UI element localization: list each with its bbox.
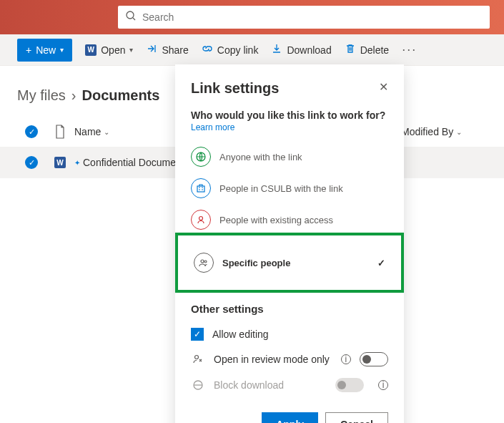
link-icon — [202, 43, 213, 57]
row-checkbox[interactable] — [17, 156, 46, 169]
search-input[interactable] — [142, 11, 483, 23]
chevron-down-icon: ⌄ — [456, 128, 462, 136]
modal-subtitle: Who would you like this link to work for… — [191, 110, 388, 132]
apply-button[interactable]: Apply — [262, 412, 318, 423]
close-button[interactable]: ✕ — [379, 80, 388, 94]
file-name: Confidential Document — [83, 157, 184, 168]
block-download-toggle — [335, 378, 364, 392]
people-icon — [194, 253, 214, 273]
new-button[interactable]: + New ▾ — [17, 39, 72, 62]
open-label: Open — [101, 44, 125, 56]
learn-more-link[interactable]: Learn more — [191, 122, 234, 132]
breadcrumb-current: Documents — [81, 87, 159, 104]
chevron-down-icon: ▾ — [129, 46, 133, 54]
option-label: Specific people — [222, 258, 290, 268]
breadcrumb-root[interactable]: My files — [17, 87, 66, 104]
option-organization[interactable]: People in CSULB with the link — [191, 172, 388, 204]
link-settings-modal: Link settings ✕ Who would you like this … — [175, 64, 404, 423]
option-label: People in CSULB with the link — [219, 183, 343, 194]
modal-title: Link settings — [191, 80, 279, 97]
top-banner — [0, 0, 504, 34]
select-all-checkbox[interactable] — [17, 125, 46, 138]
word-doc-icon: W — [46, 157, 74, 168]
option-label: Anyone with the link — [219, 152, 302, 162]
svg-point-4 — [199, 217, 203, 220]
column-modified-by[interactable]: Modified By ⌄ — [401, 126, 487, 137]
setting-block-download: Block download i — [191, 372, 388, 398]
share-button[interactable]: Share — [146, 43, 188, 57]
chevron-right-icon: › — [71, 87, 76, 104]
chevron-down-icon: ▾ — [60, 46, 64, 54]
globe-icon — [191, 147, 211, 167]
open-button[interactable]: W Open ▾ — [85, 44, 133, 56]
building-icon — [191, 178, 211, 198]
cancel-button[interactable]: Cancel — [325, 412, 388, 423]
setting-label: Block download — [214, 379, 284, 391]
setting-review-mode[interactable]: Open in review mode only i — [191, 346, 388, 372]
svg-rect-3 — [197, 186, 204, 192]
copy-link-label: Copy link — [217, 44, 259, 56]
download-button[interactable]: Download — [271, 43, 331, 57]
share-icon — [146, 43, 157, 57]
share-label: Share — [162, 44, 188, 56]
block-icon — [191, 379, 205, 391]
person-icon — [191, 210, 211, 230]
delete-label: Delete — [360, 44, 389, 56]
plus-icon: + — [26, 44, 31, 56]
option-anyone[interactable]: Anyone with the link — [191, 141, 388, 172]
review-mode-toggle[interactable] — [360, 352, 388, 366]
svg-point-6 — [204, 261, 207, 263]
allow-editing-checkbox[interactable] — [191, 328, 204, 341]
svg-line-1 — [133, 18, 135, 20]
check-icon: ✓ — [377, 258, 385, 268]
delete-button[interactable]: Delete — [345, 43, 389, 57]
option-existing-access[interactable]: People with existing access — [191, 204, 388, 235]
download-label: Download — [287, 44, 331, 56]
file-type-icon — [46, 125, 74, 139]
setting-label: Allow editing — [212, 329, 269, 340]
shared-indicator-icon: ✦ — [74, 159, 80, 167]
info-icon[interactable]: i — [341, 354, 351, 364]
new-label: New — [36, 44, 56, 56]
svg-point-5 — [201, 260, 204, 263]
option-label: People with existing access — [219, 215, 333, 225]
setting-label: Open in review mode only — [214, 354, 330, 365]
info-icon[interactable]: i — [378, 380, 388, 390]
word-icon: W — [85, 44, 97, 56]
download-icon — [271, 43, 282, 57]
search-box[interactable] — [118, 6, 490, 29]
setting-allow-editing[interactable]: Allow editing — [191, 322, 388, 346]
copy-link-button[interactable]: Copy link — [202, 43, 259, 57]
search-icon — [125, 10, 137, 24]
trash-icon — [345, 43, 356, 57]
option-specific-people[interactable]: Specific people ✓ — [194, 247, 385, 278]
more-button[interactable]: ··· — [402, 42, 417, 57]
chevron-down-icon: ⌄ — [104, 128, 109, 136]
svg-point-0 — [127, 11, 134, 19]
highlighted-option: Specific people ✓ — [175, 233, 404, 293]
svg-point-7 — [195, 356, 199, 359]
review-icon — [191, 353, 205, 366]
other-settings-title: Other settings — [191, 303, 388, 315]
command-bar: + New ▾ W Open ▾ Share Copy link Downloa… — [0, 34, 504, 66]
